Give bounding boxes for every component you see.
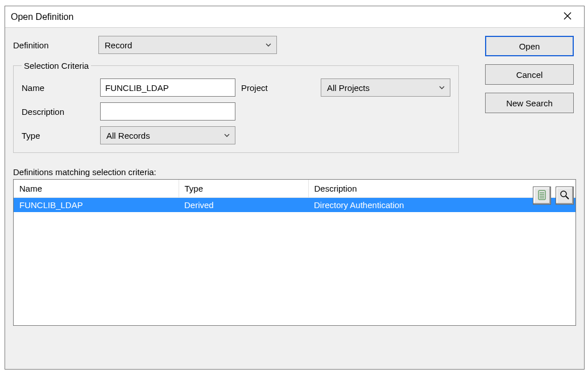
close-icon	[564, 12, 572, 22]
magnifier-icon	[560, 190, 570, 202]
close-button[interactable]	[556, 6, 579, 27]
project-dropdown-value: All Projects	[327, 83, 370, 93]
table-header-row: Name Type Description	[14, 180, 575, 198]
definitions-list-label: Definitions matching selection criteria:	[13, 167, 457, 177]
results-table: Name Type Description FUNCLIB_LDAP Deriv…	[14, 180, 575, 212]
view-button[interactable]	[556, 186, 574, 205]
select-columns-button[interactable]	[533, 186, 551, 205]
dialog-buttons: Open Cancel New Search	[485, 36, 574, 113]
definition-label: Definition	[13, 40, 98, 50]
selection-criteria-group: Selection Criteria Name Project All Proj…	[13, 61, 459, 153]
list-icon	[537, 190, 547, 202]
criteria-row-type: Type All Records	[22, 126, 450, 144]
selection-criteria-legend: Selection Criteria	[22, 61, 91, 71]
column-header-type[interactable]: Type	[179, 180, 308, 198]
definition-dropdown-value: Record	[105, 40, 132, 50]
open-button[interactable]: Open	[485, 36, 574, 56]
definition-dropdown[interactable]: Record	[98, 36, 277, 54]
svg-rect-2	[539, 190, 545, 200]
title-bar: Open Definition	[5, 6, 584, 28]
list-label-row: Definitions matching selection criteria:	[13, 159, 457, 177]
type-label: Type	[22, 131, 100, 140]
cancel-button[interactable]: Cancel	[485, 64, 574, 85]
name-input[interactable]	[100, 78, 235, 97]
chevron-down-icon	[265, 40, 272, 50]
cell-name: FUNCLIB_LDAP	[14, 198, 179, 213]
table-row[interactable]: FUNCLIB_LDAP Derived Directory Authentic…	[14, 198, 575, 213]
new-search-button[interactable]: New Search	[485, 93, 574, 113]
type-dropdown[interactable]: All Records	[100, 126, 235, 144]
name-label: Name	[22, 83, 100, 93]
svg-line-8	[566, 196, 569, 199]
results-toolbar	[533, 186, 574, 205]
results-grid[interactable]: Name Type Description FUNCLIB_LDAP Deriv…	[13, 179, 576, 326]
window-title: Open Definition	[11, 12, 556, 22]
project-dropdown[interactable]: All Projects	[321, 78, 450, 97]
criteria-row-description: Description	[22, 102, 450, 121]
chevron-down-icon	[438, 83, 445, 93]
svg-point-7	[561, 191, 566, 197]
criteria-row-name: Name Project All Projects	[22, 78, 450, 97]
cell-type: Derived	[179, 198, 308, 213]
type-dropdown-value: All Records	[106, 131, 150, 140]
column-header-name[interactable]: Name	[14, 180, 179, 198]
description-label: Description	[22, 107, 100, 117]
project-label: Project	[235, 83, 321, 93]
description-input[interactable]	[100, 102, 235, 121]
open-definition-dialog: Open Definition Definition Record Select…	[5, 6, 585, 370]
chevron-down-icon	[223, 131, 230, 140]
